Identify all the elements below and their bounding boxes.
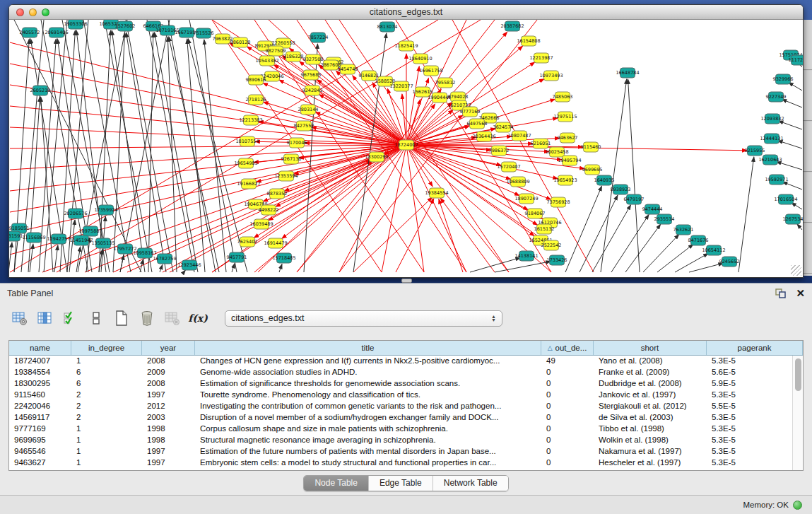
- resize-grip[interactable]: [791, 265, 801, 276]
- graph-node-16961758[interactable]: 16961758: [419, 66, 442, 76]
- table-settings-button[interactable]: [11, 310, 28, 327]
- graph-node-8878352[interactable]: 8878352: [267, 189, 288, 199]
- graph-node-19384554[interactable]: 19384554: [425, 188, 448, 198]
- graph-node-1267534[interactable]: 1267534: [783, 214, 803, 224]
- graph-node-7485063[interactable]: 7485063: [553, 92, 573, 102]
- graph-node-18640910[interactable]: 18640910: [408, 54, 432, 64]
- column-header-short[interactable]: short: [594, 341, 707, 355]
- graph-node-73756928[interactable]: 73756928: [546, 197, 570, 207]
- table-row[interactable]: 1456911722003Disruption of a novel membe…: [9, 412, 792, 424]
- graph-node-8813074[interactable]: 8813074: [377, 22, 398, 32]
- tab-network-table[interactable]: Network Table: [433, 476, 508, 491]
- graph-node-1733426[interactable]: 1733426: [547, 255, 567, 265]
- select-columns-button[interactable]: [62, 310, 79, 327]
- graph-node-9115460[interactable]: 9115460: [581, 142, 601, 152]
- tab-edge-table[interactable]: Edge Table: [368, 476, 433, 491]
- memory-ok-indicator[interactable]: [793, 501, 802, 510]
- graph-node-10654112[interactable]: 10654112: [702, 245, 725, 255]
- graph-node-16782759[interactable]: 16782759: [153, 254, 176, 264]
- graph-node-8215955[interactable]: 8215955: [745, 146, 765, 156]
- graph-node-18107554[interactable]: 18107554: [235, 136, 259, 146]
- delete-column-button[interactable]: [139, 310, 155, 327]
- graph-node-19166827[interactable]: 19166827: [237, 179, 260, 189]
- graph-node-6497568[interactable]: 6497568: [467, 119, 488, 129]
- graph-node-18907249[interactable]: 18907249: [514, 194, 538, 204]
- column-header-year[interactable]: year: [142, 341, 195, 355]
- graph-node-11156869[interactable]: 11156869: [22, 233, 45, 243]
- graph-node-20691406[interactable]: 20691406: [45, 28, 68, 37]
- table-row[interactable]: 1830029562008Estimation of significance …: [9, 378, 792, 390]
- graph-node-10807487[interactable]: 10807487: [507, 131, 531, 141]
- graph-node-12444131[interactable]: 12444131: [760, 134, 783, 144]
- graph-node-1527602[interactable]: 1527602: [115, 21, 136, 31]
- graph-node-16154808[interactable]: 16154808: [517, 36, 540, 46]
- graph-node-8186328[interactable]: 8186328: [283, 52, 304, 62]
- graph-node-1640935[interactable]: 1640935: [594, 175, 615, 185]
- network-canvas[interactable]: 2405572206914061905330610653287152760264…: [9, 20, 803, 277]
- table-vertical-scrollbar[interactable]: [792, 356, 803, 470]
- graph-node-14138141[interactable]: 14138141: [514, 251, 538, 261]
- graph-node-9777169[interactable]: 9777169: [460, 107, 481, 117]
- graph-node-9245652[interactable]: 9245652: [719, 257, 740, 267]
- graph-node-7955812[interactable]: 7955812: [435, 78, 456, 88]
- graph-node-12213383[interactable]: 12213383: [239, 115, 262, 125]
- network-window[interactable]: citations_edges.txt 24055722069140619053…: [8, 4, 804, 278]
- graph-node-20364436[interactable]: 20364436: [472, 132, 495, 141]
- table-row[interactable]: 977716911998Corpus callosum shape and si…: [9, 424, 792, 435]
- graph-node-9170046[interactable]: 9170046: [287, 138, 307, 148]
- graph-node-7632621[interactable]: 7632621: [673, 225, 694, 235]
- graph-node-6216051[interactable]: 6216051: [531, 139, 551, 148]
- graph-node-8471676[interactable]: 8471676: [688, 235, 709, 245]
- delete-table-button[interactable]: [164, 310, 181, 327]
- graph-node-16210643[interactable]: 16210643: [758, 155, 782, 165]
- table-row[interactable]: 911546021997Tourette syndrome. Phenomeno…: [9, 390, 792, 401]
- table-select-dropdown[interactable]: citations_edges.txt ▲▼: [225, 310, 502, 327]
- graph-node-13220377[interactable]: 13220377: [389, 81, 413, 91]
- graph-node-19654985[interactable]: 19654985: [234, 158, 257, 168]
- graph-node-9474444[interactable]: 9474444: [642, 204, 663, 214]
- graph-node-7857224[interactable]: 7857224: [308, 33, 329, 42]
- graph-node-7625402[interactable]: 7625402: [237, 237, 258, 247]
- column-header-title[interactable]: title: [195, 341, 541, 355]
- graph-node-7986372[interactable]: 7986372: [489, 146, 510, 156]
- column-header-pagerank[interactable]: pagerank: [707, 341, 803, 355]
- graph-node-15720407[interactable]: 15720407: [497, 162, 520, 172]
- table-mode-button[interactable]: [88, 310, 105, 327]
- graph-node-9890616[interactable]: 9890616: [246, 75, 266, 85]
- float-panel-icon[interactable]: [775, 288, 787, 299]
- graph-node-2935514[interactable]: 2935514: [654, 214, 675, 224]
- graph-node-8427552[interactable]: 8427552: [294, 121, 314, 131]
- table-row[interactable]: 946362711997Embryonic stem cells: a mode…: [9, 457, 792, 469]
- graph-node-9699695[interactable]: 9699695: [582, 165, 603, 175]
- tab-node-table[interactable]: Node Table: [304, 476, 368, 491]
- graph-node-10973493[interactable]: 10973493: [539, 71, 563, 81]
- graph-node-17016504[interactable]: 17016504: [774, 194, 797, 204]
- graph-node-9242843[interactable]: 9242843: [302, 86, 323, 95]
- graph-node-9267130[interactable]: 9267130: [281, 154, 302, 164]
- function-builder-button[interactable]: f(x): [189, 310, 206, 327]
- zoom-window-button[interactable]: [42, 8, 49, 16]
- graph-node-12353594[interactable]: 12353594: [274, 171, 298, 181]
- graph-node-9184067[interactable]: 9184067: [525, 209, 546, 218]
- graph-node-19053306[interactable]: 19053306: [64, 20, 87, 29]
- column-header-in_degree[interactable]: in_degree: [71, 341, 142, 355]
- scrollbar-thumb[interactable]: [795, 358, 801, 391]
- graph-node-12213987[interactable]: 12213987: [529, 53, 553, 63]
- graph-node-12093832[interactable]: 12093832: [760, 114, 784, 124]
- graph-node-3931591[interactable]: 3931591: [9, 231, 23, 241]
- minimize-window-button[interactable]: [29, 8, 37, 16]
- close-panel-icon[interactable]: ✕: [796, 288, 805, 299]
- graph-node-16648784[interactable]: 16648784: [616, 68, 639, 78]
- graph-node-10688809[interactable]: 10688809: [506, 177, 529, 187]
- close-window-button[interactable]: [16, 8, 24, 16]
- table-row[interactable]: 1872400712008Changes of HCN gene express…: [9, 356, 792, 367]
- graph-node-9457791[interactable]: 9457791: [227, 252, 247, 262]
- graph-node-9329966[interactable]: 9329966: [773, 74, 794, 84]
- graph-node-2405572[interactable]: 2405572: [20, 28, 40, 37]
- new-column-button[interactable]: [113, 310, 130, 327]
- graph-node-4498222[interactable]: 4498222: [259, 205, 279, 215]
- graph-node-2718126[interactable]: 2718126: [246, 95, 266, 105]
- graph-node-20387682[interactable]: 20387682: [500, 21, 524, 31]
- graph-node-9463627[interactable]: 9463627: [558, 133, 578, 143]
- column-header-name[interactable]: name: [9, 341, 71, 355]
